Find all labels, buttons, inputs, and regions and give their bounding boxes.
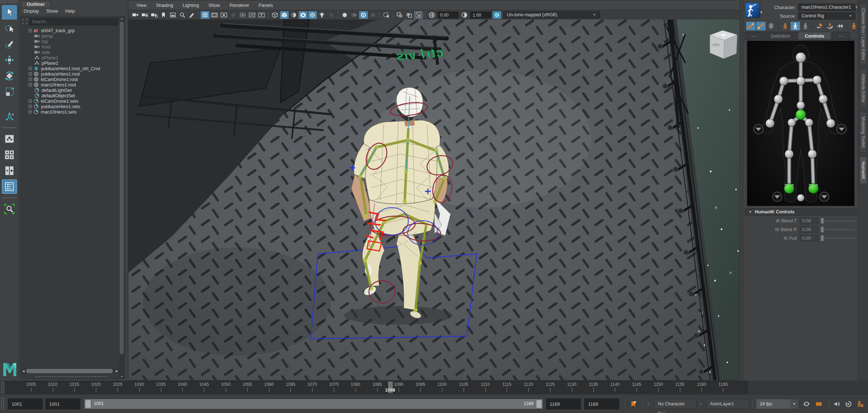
- body-deselect-icon[interactable]: [801, 22, 810, 30]
- body-select-icon[interactable]: [791, 22, 800, 30]
- outliner-menu-help[interactable]: Help: [62, 8, 78, 14]
- scroll-down-arrow[interactable]: ▼: [119, 375, 124, 379]
- expand-toggle[interactable]: +: [29, 78, 32, 81]
- fk-bone-icon[interactable]: [746, 22, 756, 30]
- editor-tab-attribute-editor[interactable]: Attribute Editor: [860, 69, 867, 107]
- select-camera-icon[interactable]: [131, 11, 140, 19]
- expand-toggle[interactable]: +: [29, 67, 32, 70]
- outliner-item[interactable]: +ktCamDrone1:root: [21, 77, 124, 82]
- outliner-tab[interactable]: Outliner: [21, 1, 50, 7]
- skeleton-spine-icon[interactable]: [766, 22, 776, 30]
- camera-attributes-icon[interactable]: [150, 11, 158, 19]
- wireframe-icon[interactable]: [271, 11, 279, 19]
- outliner-item[interactable]: top: [21, 39, 124, 44]
- exposure-icon[interactable]: [427, 11, 436, 19]
- control-slider-track[interactable]: [821, 221, 855, 221]
- time-slider[interactable]: 1005101010151020102510301035104010451050…: [5, 381, 748, 393]
- humanik-logo[interactable]: [745, 3, 763, 18]
- textured-icon[interactable]: [289, 11, 298, 19]
- select-tool-icon[interactable]: [2, 5, 17, 20]
- control-slider-track[interactable]: [821, 229, 855, 230]
- layout-outliner-persp-icon[interactable]: [2, 179, 17, 194]
- outliner-menu-show[interactable]: Show: [43, 8, 61, 14]
- playback-start-field[interactable]: 1001: [46, 399, 80, 409]
- viewport-menu-show[interactable]: Show: [204, 1, 225, 9]
- lock-camera-icon[interactable]: [140, 11, 149, 19]
- range-slider[interactable]: 1001 1169: [84, 399, 543, 409]
- editor-tab-modeling-toolkit[interactable]: Modeling Toolkit: [860, 112, 867, 152]
- range-end-handle[interactable]: [536, 400, 542, 408]
- outliner-item[interactable]: +ktCamDrone1:sets: [21, 98, 124, 104]
- bookmarks-icon[interactable]: [159, 11, 168, 19]
- layout-two-pane-icon[interactable]: [2, 163, 17, 178]
- viewport-menu-renderer[interactable]: Renderer: [225, 1, 254, 9]
- ik-bone-icon[interactable]: [756, 22, 766, 30]
- outliner-item[interactable]: +man10Hero1:sets: [21, 109, 124, 115]
- viewport-menu-panels[interactable]: Panels: [254, 1, 277, 9]
- tab-blank[interactable]: ---: [745, 32, 763, 39]
- resolution-gate-icon[interactable]: [220, 11, 228, 19]
- layout-single-pane-icon[interactable]: [2, 132, 17, 146]
- gamma-field[interactable]: 1.00: [470, 12, 491, 18]
- control-value-field[interactable]: 0.00: [800, 218, 818, 224]
- isolate-select-icon[interactable]: [382, 11, 391, 19]
- fps-dropdown[interactable]: 24 fps ▼: [756, 399, 799, 409]
- outliner-item[interactable]: +yukikazeHero1:root: [21, 71, 124, 77]
- outliner-item[interactable]: pPlane1: [21, 55, 124, 60]
- anim-layer-menu-arrow[interactable]: ▽: [699, 403, 702, 406]
- filter-icon[interactable]: [21, 18, 29, 25]
- character-set-menu-arrow[interactable]: ▽: [647, 403, 650, 406]
- safe-title-icon[interactable]: [257, 11, 266, 19]
- color-managed-icon[interactable]: [493, 11, 501, 19]
- control-value-field[interactable]: 0.00: [800, 226, 818, 233]
- sync-playback-button[interactable]: [843, 399, 854, 409]
- shadows-icon[interactable]: [327, 11, 336, 19]
- auto-key-button[interactable]: [855, 399, 865, 409]
- anti-alias-icon[interactable]: [359, 11, 368, 19]
- viewport-menu-view[interactable]: View: [132, 1, 151, 9]
- outliner-item[interactable]: front: [21, 44, 124, 50]
- editor-tab-channel-box-layer-editor[interactable]: Channel Box / Layer Editor: [860, 4, 867, 65]
- character-set-dropdown[interactable]: No Character Set: [654, 399, 697, 409]
- outliner-item[interactable]: +man10Hero1:root: [21, 82, 124, 88]
- film-gate-icon[interactable]: [210, 11, 219, 19]
- animation-end-field[interactable]: 1169: [584, 399, 619, 409]
- toolbar-grip[interactable]: [0, 0, 19, 4]
- pin-rotate-icon[interactable]: [825, 22, 834, 30]
- safe-action-icon[interactable]: [248, 11, 256, 19]
- humanik-controls-header[interactable]: ▼ HumanIK Controls: [745, 208, 857, 216]
- outliner-menu-display[interactable]: Display: [21, 8, 42, 14]
- screen-ao-icon[interactable]: [340, 11, 349, 19]
- plane-arrow-icon[interactable]: [414, 11, 423, 19]
- character-dropdown[interactable]: man10Hero1:Character1▼: [798, 4, 855, 11]
- body-part-icon[interactable]: [780, 22, 790, 30]
- move-tool-icon[interactable]: [2, 53, 17, 67]
- tab-definition[interactable]: Definition: [764, 32, 797, 39]
- pan-zoom-icon[interactable]: [178, 11, 187, 19]
- tab-blank[interactable]: ---: [832, 32, 850, 39]
- grease-pencil-icon[interactable]: [187, 11, 196, 19]
- outliner-item[interactable]: +yukikazeHero1:root_ctrl_Cnst: [21, 66, 124, 71]
- panel-grip[interactable]: [35, 376, 107, 378]
- scale-tool-icon[interactable]: [2, 85, 17, 99]
- tab-controls[interactable]: Controls: [798, 32, 831, 39]
- cube-prop[interactable]: [710, 30, 737, 59]
- outliner-vscrollbar[interactable]: ▲ ▼: [119, 17, 124, 379]
- gamma-icon[interactable]: [460, 11, 469, 19]
- outliner-item[interactable]: defaultLightSet: [21, 88, 124, 93]
- humanik-body-diagram[interactable]: [747, 41, 855, 206]
- image-plane-icon[interactable]: [169, 11, 177, 19]
- outliner-item[interactable]: +sh047_track_grp: [21, 28, 124, 33]
- view-transform-dropdown[interactable]: Un-tone-mapped (sRGB)▼: [503, 11, 600, 18]
- scroll-left-arrow[interactable]: ◀: [21, 369, 26, 374]
- outliner-item[interactable]: pPlane2: [21, 60, 124, 66]
- viewport-menu-lighting[interactable]: Lighting: [178, 1, 204, 9]
- playback-loop-button[interactable]: [801, 399, 812, 409]
- expand-toggle[interactable]: +: [29, 72, 32, 76]
- mute-audio-button[interactable]: [832, 399, 842, 409]
- scroll-thumb[interactable]: [26, 369, 113, 373]
- viewport-menu-shading[interactable]: Shading: [152, 1, 178, 9]
- expand-toggle[interactable]: +: [29, 83, 32, 86]
- paint-select-tool-icon[interactable]: [2, 37, 17, 51]
- outliner-item[interactable]: side: [21, 50, 124, 55]
